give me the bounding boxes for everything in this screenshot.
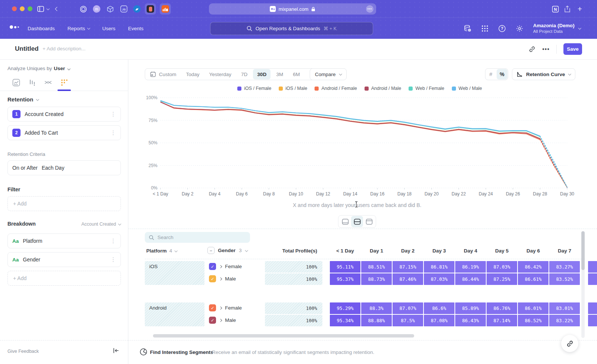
- extension-icon-cube[interactable]: [106, 4, 114, 13]
- day-column-header[interactable]: Day 2: [392, 248, 423, 254]
- help-icon[interactable]: ?: [498, 25, 506, 32]
- day-column-header[interactable]: Day 4: [455, 248, 486, 254]
- project-switcher[interactable]: Amazonia {Demo} All Project Data: [533, 23, 581, 34]
- retention-cell[interactable]: 86.42%: [518, 261, 548, 273]
- range-6m[interactable]: 6M: [288, 69, 305, 80]
- retention-cell[interactable]: 95.34%: [330, 315, 360, 326]
- expand-row-icon[interactable]: [219, 265, 222, 268]
- retention-cell[interactable]: 85.89%: [455, 302, 486, 314]
- retention-cell[interactable]: 86.01%: [518, 302, 548, 314]
- range-today[interactable]: Today: [181, 69, 204, 80]
- step-menu-icon[interactable]: ⋮: [110, 111, 116, 117]
- extension-icon-ring[interactable]: [79, 4, 87, 13]
- select-all-checkbox[interactable]: –: [207, 247, 215, 254]
- legend-item[interactable]: Web / Female: [409, 86, 444, 91]
- retention-cell[interactable]: 95.29%: [330, 302, 360, 314]
- segment-checkbox[interactable]: ✓: [209, 317, 216, 324]
- retention-cell[interactable]: 87.14%: [487, 315, 517, 326]
- retention-cell[interactable]: 88.3%: [361, 302, 392, 314]
- retention-cell[interactable]: 95.11%: [330, 261, 360, 273]
- segment-checkbox[interactable]: ✓: [209, 263, 216, 270]
- retention-step-2[interactable]: 2Added To Cart⋮: [7, 125, 121, 140]
- gender-column-header[interactable]: – Gender3: [207, 247, 247, 254]
- save-button[interactable]: Save: [563, 43, 582, 55]
- apps-grid-icon[interactable]: [481, 25, 488, 32]
- expand-row-icon[interactable]: [219, 277, 222, 280]
- extension-icon-avatar[interactable]: m: [93, 4, 101, 13]
- nav-item-users[interactable]: Users: [102, 26, 115, 31]
- retention-cell[interactable]: 86.44%: [455, 273, 486, 285]
- segment-checkbox[interactable]: ✓: [209, 304, 216, 311]
- url-extensions-menu[interactable]: •••: [366, 5, 373, 13]
- add-breakdown-button[interactable]: + Add: [7, 271, 121, 286]
- back-icon[interactable]: [54, 4, 60, 13]
- settings-gear-icon[interactable]: [516, 25, 523, 32]
- mixpanel-logo[interactable]: [10, 25, 19, 29]
- tab-flows[interactable]: [43, 78, 54, 87]
- retention-cell[interactable]: 87.5%: [393, 315, 423, 326]
- more-actions-button[interactable]: •••: [542, 46, 550, 53]
- retention-cell[interactable]: 83.22%: [549, 315, 580, 326]
- notion-tab-icon[interactable]: N: [551, 4, 560, 13]
- nav-item-events[interactable]: Events: [128, 26, 143, 31]
- unit-number-toggle[interactable]: #: [485, 71, 496, 77]
- retention-cell[interactable]: 87.07%: [393, 302, 423, 314]
- extension-icon-soundcloud[interactable]: [160, 3, 171, 15]
- retention-cell[interactable]: 87.46%: [393, 273, 423, 285]
- legend-item[interactable]: iOS / Female: [237, 86, 271, 91]
- new-tab-icon[interactable]: +: [575, 4, 584, 13]
- url-bar[interactable]: mixpanel.com •••: [209, 3, 376, 15]
- unit-percent-toggle[interactable]: %: [497, 69, 507, 79]
- range-30d[interactable]: 30D: [253, 69, 271, 79]
- retention-cell[interactable]: 86.61%: [518, 273, 548, 285]
- find-segments-title[interactable]: Find Interesting Segments: [150, 349, 213, 355]
- retention-cell[interactable]: 88.51%: [361, 261, 392, 273]
- sidebar-toggle-icon[interactable]: [37, 4, 45, 13]
- segment-checkbox[interactable]: ✓: [209, 275, 216, 282]
- day-column-header[interactable]: Day 6: [518, 248, 549, 254]
- share-icon[interactable]: [563, 4, 572, 13]
- compare-button[interactable]: Compare: [310, 68, 347, 80]
- legend-item[interactable]: Android / Male: [365, 86, 401, 91]
- traffic-light-minimize[interactable]: [20, 6, 25, 11]
- retention-cell[interactable]: 83.52%: [549, 273, 580, 285]
- retention-cell[interactable]: 86.19%: [455, 261, 486, 273]
- day-column-header[interactable]: Day 5: [486, 248, 518, 254]
- copy-link-icon[interactable]: [529, 46, 535, 53]
- extension-icon-bird[interactable]: [133, 4, 141, 13]
- legend-item[interactable]: Web / Male: [452, 86, 482, 91]
- retention-cell[interactable]: 87.03%: [487, 261, 517, 273]
- retention-section-header[interactable]: Retention: [7, 96, 38, 103]
- retention-cell[interactable]: 86.6%: [424, 302, 454, 314]
- retention-cell[interactable]: 87.25%: [487, 273, 517, 285]
- breakdown-platform[interactable]: AaPlatform⋮: [7, 233, 121, 248]
- retention-cell[interactable]: 95.37%: [330, 273, 360, 285]
- global-search[interactable]: Open Reports & Dashboards ⌘ + K: [210, 22, 373, 35]
- day-column-header[interactable]: Day 3: [423, 248, 455, 254]
- extension-icon-red-app[interactable]: [145, 3, 156, 15]
- tab-funnels[interactable]: [26, 78, 38, 87]
- day-column-header[interactable]: < 1 Day: [329, 248, 361, 254]
- criteria-value[interactable]: Each Day: [42, 165, 116, 171]
- nav-item-reports[interactable]: Reports: [68, 26, 90, 31]
- breakdown-menu-icon[interactable]: ⋮: [110, 256, 116, 263]
- retention-step-1[interactable]: 1Account Created⋮: [7, 107, 121, 122]
- day-column-header[interactable]: Day 1: [361, 248, 392, 254]
- report-title[interactable]: Untitled: [15, 45, 38, 53]
- retention-cell[interactable]: 83.27%: [549, 261, 580, 273]
- share-link-fab[interactable]: [561, 335, 578, 352]
- legend-item[interactable]: iOS / Male: [279, 86, 307, 91]
- breakdown-scope-selector[interactable]: Account Created: [81, 222, 121, 227]
- chart-type-selector[interactable]: Retention Curve: [512, 68, 575, 80]
- platform-column-header[interactable]: Platform4: [146, 248, 177, 254]
- chevron-down-icon[interactable]: [46, 4, 50, 13]
- tab-retention[interactable]: [59, 78, 70, 87]
- range-7d[interactable]: 7D: [236, 69, 252, 80]
- range-custom[interactable]: Custom: [145, 69, 181, 80]
- retention-cell[interactable]: 87.03%: [424, 273, 454, 285]
- retention-line-chart[interactable]: 0%25%50%75%100%< 1 DayDay 2Day 4Day 6Day…: [143, 93, 584, 201]
- retention-cell[interactable]: 87.08%: [424, 315, 454, 326]
- horizontal-scrollbar[interactable]: [153, 334, 414, 338]
- day-column-header[interactable]: Day 7: [549, 248, 580, 254]
- breakdown-menu-icon[interactable]: ⋮: [110, 238, 116, 244]
